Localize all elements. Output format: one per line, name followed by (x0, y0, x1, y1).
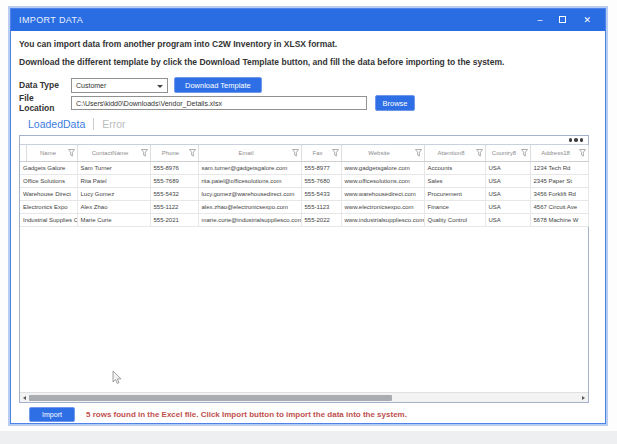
column-header-country8[interactable]: Country8 (485, 145, 530, 161)
table-cell: www.officesolutions.com (341, 174, 424, 187)
table-cell: 555-2022 (301, 213, 341, 226)
data-type-selected-value: Customer (76, 82, 106, 89)
table-cell: 555-5432 (150, 187, 198, 200)
table-cell: Sam Turner (77, 161, 150, 174)
table-row[interactable]: Office SolutionsRita Patel555-7689rita.p… (20, 174, 588, 187)
tab-error[interactable]: Error (102, 118, 125, 130)
table-cell: Warehouse Direct (20, 187, 77, 200)
table-cell: USA (485, 213, 530, 226)
table-cell: 2345 Paper St (530, 174, 588, 187)
filter-funnel-icon[interactable] (579, 149, 586, 157)
maximize-square-icon (559, 16, 566, 23)
column-header-phone[interactable]: Phone (150, 145, 198, 161)
maximize-icon[interactable] (559, 16, 566, 25)
mouse-cursor-icon (112, 370, 123, 385)
table-cell: 555-1122 (150, 200, 198, 213)
table-cell: Lucy Gomez (77, 187, 150, 200)
table-cell: 3456 Forklift Rd (530, 187, 588, 200)
table-cell: 555-8976 (150, 161, 198, 174)
column-header-label: Name (40, 150, 56, 156)
table-header-row: NameContactNamePhoneEmailFaxWebsiteAtten… (20, 145, 588, 161)
import-button[interactable]: Import (29, 407, 75, 422)
page-bottom-strip (0, 431, 617, 444)
download-template-button[interactable]: Download Template (174, 77, 262, 93)
table-cell: USA (485, 200, 530, 213)
close-icon[interactable]: ✕ (583, 16, 591, 25)
grid-options-menu[interactable] (20, 136, 588, 145)
table-row[interactable]: Electronics ExpoAlex Zhao555-1122alex.zh… (20, 200, 588, 213)
table-row[interactable]: Industrial Supplies Co.Marie Curie555-20… (20, 213, 588, 226)
table-cell: USA (485, 187, 530, 200)
loaded-data-table: NameContactNamePhoneEmailFaxWebsiteAtten… (20, 145, 589, 227)
minimize-icon[interactable]: – (537, 16, 542, 25)
file-location-label: File Location (19, 93, 71, 113)
column-header-website[interactable]: Website (341, 145, 424, 161)
import-status-message: 5 rows found in the Excel file. Click Im… (86, 410, 407, 419)
filter-funnel-icon[interactable] (189, 149, 196, 157)
filter-funnel-icon[interactable] (68, 149, 75, 157)
table-cell: 555-5433 (301, 187, 341, 200)
table-cell: www.electronicsexpo.com (341, 200, 424, 213)
filter-funnel-icon[interactable] (415, 149, 422, 157)
scroll-left-arrow-icon[interactable] (20, 393, 29, 402)
table-cell: Procurement (424, 187, 485, 200)
scroll-right-arrow-icon[interactable] (579, 393, 588, 402)
title-bar: IMPORT DATA – ✕ (11, 9, 605, 31)
filter-funnel-icon[interactable] (141, 149, 148, 157)
intro-line-2: Download the different template by click… (19, 57, 595, 68)
data-type-label: Data Type (19, 80, 71, 90)
table-cell: marie.curie@industrialsuppliesco.com (198, 213, 301, 226)
column-header-label: Address18 (541, 150, 570, 156)
table-cell: 555-2021 (150, 213, 198, 226)
table-cell: lucy.gomez@warehousedirect.com (198, 187, 301, 200)
filter-funnel-icon[interactable] (332, 149, 339, 157)
table-cell: www.gadgetsgalore.com (341, 161, 424, 174)
table-cell: Industrial Supplies Co. (20, 213, 77, 226)
table-cell: 555-1123 (301, 200, 341, 213)
footer-bar: Import 5 rows found in the Excel file. C… (19, 407, 595, 422)
table-row[interactable]: Warehouse DirectLucy Gomez555-5432lucy.g… (20, 187, 588, 200)
table-cell: 5678 Machine W (530, 213, 588, 226)
chevron-down-icon (157, 85, 163, 88)
table-cell: rita.patel@officesolutions.com (198, 174, 301, 187)
column-header-label: Email (238, 150, 253, 156)
ellipsis-dots-icon (569, 138, 573, 142)
table-cell: Office Solutions (20, 174, 77, 187)
column-header-name[interactable]: Name (26, 145, 77, 161)
filter-funnel-icon[interactable] (292, 149, 299, 157)
table-cell: USA (485, 161, 530, 174)
data-type-dropdown[interactable]: Customer (71, 78, 168, 93)
column-header-contactname[interactable]: ContactName (77, 145, 150, 161)
column-header-label: ContactName (92, 150, 129, 156)
column-header-label: Fax (312, 150, 322, 156)
table-cell: Marie Curie (77, 213, 150, 226)
data-type-row: Data Type Customer Download Template (19, 77, 595, 93)
file-location-input[interactable]: C:\Users\kidd0\Downloads\Vendor_Details.… (71, 96, 367, 110)
table-cell: Gadgets Galore (20, 161, 77, 174)
import-data-dialog: IMPORT DATA – ✕ You can import data from… (10, 8, 606, 424)
column-header-label: Country8 (492, 150, 516, 156)
table-cell: 555-7680 (301, 174, 341, 187)
ellipsis-dots-icon (574, 138, 578, 142)
tab-divider (93, 118, 94, 130)
horizontal-scrollbar[interactable] (20, 392, 588, 402)
column-header-address18[interactable]: Address18 (530, 145, 588, 161)
column-header-fax[interactable]: Fax (301, 145, 341, 161)
table-cell: Alex Zhao (77, 200, 150, 213)
filter-funnel-icon[interactable] (476, 149, 483, 157)
column-header-label: Phone (162, 150, 179, 156)
tab-loaded-data[interactable]: LoadedData (28, 118, 85, 130)
filter-funnel-icon[interactable] (521, 149, 528, 157)
scrollbar-thumb[interactable] (29, 395, 392, 402)
column-header-attention8[interactable]: Attention8 (424, 145, 485, 161)
table-cell: sam.turner@gadgetsgalore.com (198, 161, 301, 174)
data-grid: NameContactNamePhoneEmailFaxWebsiteAtten… (19, 135, 589, 403)
browse-button[interactable]: Browse (375, 95, 415, 111)
table-row[interactable]: Gadgets GaloreSam Turner555-8976sam.turn… (20, 161, 588, 174)
table-cell: Sales (424, 174, 485, 187)
ellipsis-dots-icon (580, 138, 584, 142)
table-cell: 4567 Circuit Ave (530, 200, 588, 213)
table-cell: Rita Patel (77, 174, 150, 187)
column-header-email[interactable]: Email (198, 145, 301, 161)
grid-empty-area (20, 227, 588, 393)
